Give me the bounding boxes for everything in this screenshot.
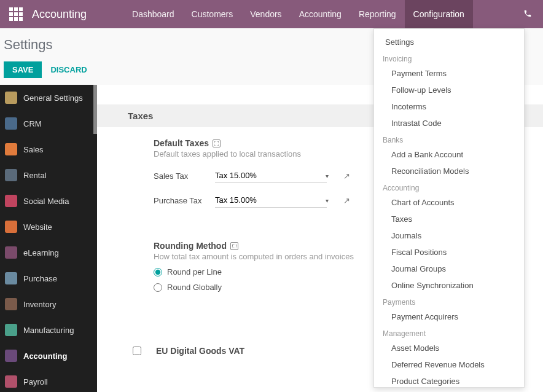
- dropdown-item-deferred-revenue-models[interactable]: Deferred Revenue Models: [374, 356, 524, 373]
- sidebar-item-sales[interactable]: Sales: [0, 136, 97, 162]
- sidebar-item-label: Website: [23, 222, 52, 232]
- sidebar-item-rental[interactable]: Rental: [0, 162, 97, 188]
- dropdown-item-fiscal-positions[interactable]: Fiscal Positions: [374, 244, 524, 261]
- sidebar-item-website[interactable]: Website: [0, 214, 97, 240]
- sidebar-item-label: Rental: [23, 171, 47, 180]
- nav-item-vendors[interactable]: Vendors: [241, 0, 290, 28]
- dropdown-item-settings[interactable]: Settings: [374, 34, 524, 50]
- round-per-line-radio[interactable]: [154, 268, 162, 276]
- sidebar-item-label: Accounting: [23, 351, 68, 361]
- sales-tax-select[interactable]: [215, 168, 327, 183]
- settings-sidebar: General SettingsCRMSalesRentalSocial Med…: [0, 85, 97, 392]
- module-icon: [5, 375, 17, 388]
- dropdown-item-journals[interactable]: Journals: [374, 227, 524, 244]
- dropdown-header-banks: Banks: [374, 131, 524, 146]
- sidebar-item-payroll[interactable]: Payroll: [0, 369, 97, 392]
- eu-vat-heading: EU Digital Goods VAT: [156, 346, 244, 356]
- module-icon: [5, 221, 17, 233]
- dropdown-item-add-a-bank-account[interactable]: Add a Bank Account: [374, 146, 524, 163]
- dropdown-header-management: Management: [374, 325, 524, 340]
- sidebar-item-social-media[interactable]: Social Media: [0, 188, 97, 214]
- discard-button[interactable]: DISCARD: [50, 65, 87, 74]
- dropdown-item-product-categories[interactable]: Product Categories: [374, 373, 524, 388]
- sales-tax-label: Sales Tax: [154, 171, 208, 181]
- dropdown-item-chart-of-accounts[interactable]: Chart of Accounts: [374, 194, 524, 211]
- sidebar-item-manufacturing[interactable]: Manufacturing: [0, 317, 97, 343]
- dropdown-header-payments: Payments: [374, 294, 524, 308]
- sidebar-item-purchase[interactable]: Purchase: [0, 265, 97, 291]
- sidebar-item-label: Payroll: [23, 377, 48, 386]
- eu-vat-checkbox[interactable]: [133, 347, 141, 355]
- sidebar-item-general-settings[interactable]: General Settings: [0, 85, 97, 111]
- module-icon: [5, 324, 17, 336]
- sidebar-item-label: Social Media: [23, 197, 69, 206]
- module-icon: [5, 92, 17, 104]
- dropdown-item-online-synchronization[interactable]: Online Synchronization: [374, 277, 524, 294]
- apps-grid-icon[interactable]: [7, 6, 25, 23]
- top-nav: DashboardCustomersVendorsAccountingRepor…: [123, 0, 473, 28]
- round-globally-label: Round Globally: [167, 283, 222, 292]
- sidebar-item-elearning[interactable]: eLearning: [0, 240, 97, 265]
- module-icon: [5, 246, 17, 259]
- building-icon[interactable]: [213, 139, 221, 147]
- sidebar-item-label: General Settings: [23, 93, 83, 103]
- module-icon: [5, 169, 17, 181]
- dropdown-item-reconciliation-models[interactable]: Reconciliation Models: [374, 163, 524, 179]
- default-taxes-heading-text: Default Taxes: [154, 138, 209, 148]
- dropdown-item-payment-acquirers[interactable]: Payment Acquirers: [374, 308, 524, 325]
- nav-item-configuration[interactable]: Configuration: [405, 0, 473, 28]
- module-icon: [5, 298, 17, 310]
- module-icon: [5, 143, 17, 155]
- nav-item-accounting[interactable]: Accounting: [291, 0, 350, 28]
- nav-item-reporting[interactable]: Reporting: [350, 0, 405, 28]
- module-icon: [5, 272, 17, 284]
- external-link-icon[interactable]: ↗: [343, 171, 350, 181]
- sidebar-item-inventory[interactable]: Inventory: [0, 291, 97, 317]
- sidebar-item-label: Manufacturing: [23, 326, 74, 335]
- purchase-tax-label: Purchase Tax: [154, 196, 208, 205]
- dropdown-header-accounting: Accounting: [374, 179, 524, 194]
- building-icon[interactable]: [230, 242, 238, 250]
- dropdown-item-incoterms[interactable]: Incoterms: [374, 98, 524, 115]
- topbar: Accounting DashboardCustomersVendorsAcco…: [0, 0, 543, 28]
- sidebar-item-label: CRM: [23, 119, 42, 128]
- dropdown-item-intrastat-code[interactable]: Intrastat Code: [374, 115, 524, 131]
- sidebar-item-label: eLearning: [23, 248, 59, 257]
- module-icon: [5, 117, 17, 130]
- nav-item-customers[interactable]: Customers: [183, 0, 242, 28]
- configuration-dropdown: SettingsInvoicingPayment TermsFollow-up …: [373, 28, 525, 388]
- module-icon: [5, 350, 17, 362]
- sidebar-item-label: Purchase: [23, 274, 57, 283]
- dropdown-header-invoicing: Invoicing: [374, 50, 524, 65]
- module-icon: [5, 195, 17, 207]
- nav-item-dashboard[interactable]: Dashboard: [123, 0, 183, 28]
- app-title: Accounting: [32, 8, 87, 21]
- dropdown-item-taxes[interactable]: Taxes: [374, 211, 524, 227]
- dropdown-item-follow-up-levels[interactable]: Follow-up Levels: [374, 82, 524, 98]
- sidebar-item-crm[interactable]: CRM: [0, 111, 97, 136]
- phone-icon[interactable]: [523, 9, 532, 20]
- dropdown-item-journal-groups[interactable]: Journal Groups: [374, 261, 524, 277]
- save-button[interactable]: SAVE: [4, 61, 42, 78]
- round-per-line-label: Round per Line: [167, 267, 222, 276]
- dropdown-item-payment-terms[interactable]: Payment Terms: [374, 65, 524, 82]
- sidebar-item-accounting[interactable]: Accounting: [0, 343, 97, 369]
- sidebar-item-label: Inventory: [23, 300, 56, 309]
- dropdown-item-asset-models[interactable]: Asset Models: [374, 340, 524, 356]
- round-globally-radio[interactable]: [154, 283, 162, 292]
- sidebar-item-label: Sales: [23, 145, 44, 154]
- rounding-heading-text: Rounding Method: [154, 241, 227, 251]
- purchase-tax-select[interactable]: [215, 193, 327, 208]
- external-link-icon[interactable]: ↗: [343, 196, 350, 205]
